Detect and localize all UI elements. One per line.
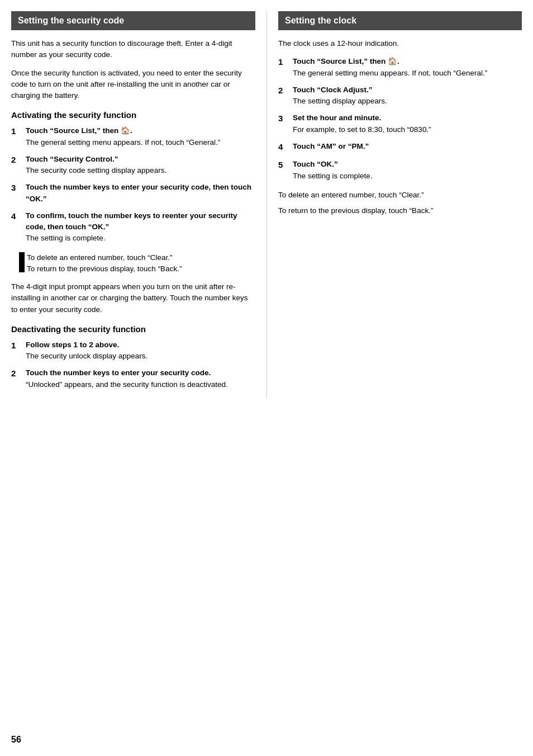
step-content: Touch “OK.”The setting is complete. <box>293 159 522 182</box>
step-item: 1Follow steps 1 to 2 above.The security … <box>11 339 255 362</box>
step-number: 1 <box>11 339 23 352</box>
step-content: Touch “Security Control.”The security co… <box>26 154 255 177</box>
step-title: To confirm, touch the number keys to ree… <box>26 210 255 233</box>
step-item: 3Touch the number keys to enter your sec… <box>11 182 255 205</box>
black-bar <box>19 252 25 272</box>
step-item: 5Touch “OK.”The setting is complete. <box>278 159 522 182</box>
step-content: Follow steps 1 to 2 above.The security u… <box>26 339 255 362</box>
left-column: Setting the security code This unit has … <box>11 11 266 398</box>
activating-notes: To delete an entered number, touch “Clea… <box>11 252 255 275</box>
step-content: Touch “AM” or “PM.” <box>293 141 522 152</box>
step-title: Touch “Security Control.” <box>26 154 255 165</box>
step-desc: The setting is complete. <box>26 233 255 244</box>
step-number: 2 <box>278 84 291 97</box>
step-desc: The security code setting display appear… <box>26 165 255 176</box>
step-title: Touch “Source List,” then 🏠. <box>26 125 255 136</box>
step-title: Follow steps 1 to 2 above. <box>26 339 255 351</box>
right-intro: The clock uses a 12-hour indication. <box>278 38 522 49</box>
activating-note2: To return to the previous display, touch… <box>27 263 255 275</box>
step-desc: The setting display appears. <box>293 96 522 107</box>
step-content: Set the hour and minute.For example, to … <box>293 112 522 135</box>
step-item: 2Touch “Security Control.”The security c… <box>11 154 255 177</box>
activating-note1: To delete an entered number, touch “Clea… <box>27 252 255 263</box>
step-number: 2 <box>11 154 23 167</box>
right-note2: To return to the previous display, touch… <box>278 205 522 216</box>
step-item: 4To confirm, touch the number keys to re… <box>11 210 255 244</box>
step-content: Touch “Source List,” then 🏠.The general … <box>26 125 255 148</box>
activating-steps: 1Touch “Source List,” then 🏠.The general… <box>11 125 255 244</box>
left-intro1: This unit has a security function to dis… <box>11 38 255 61</box>
step-content: Touch the number keys to enter your secu… <box>26 367 255 390</box>
step-number: 3 <box>278 112 291 125</box>
step-content: Touch “Clock Adjust.”The setting display… <box>293 84 522 107</box>
step-title: Set the hour and minute. <box>293 112 522 124</box>
activating-title: Activating the security function <box>11 110 255 120</box>
step-desc: The setting is complete. <box>293 171 522 182</box>
page-number: 56 <box>11 735 21 745</box>
step-title: Touch “AM” or “PM.” <box>293 141 522 152</box>
step-number: 1 <box>278 56 291 69</box>
deactivating-steps: 1Follow steps 1 to 2 above.The security … <box>11 339 255 390</box>
page-container: Setting the security code This unit has … <box>11 11 522 398</box>
right-note1: To delete an entered number, touch “Clea… <box>278 190 522 201</box>
step-title: Touch the number keys to enter your secu… <box>26 367 255 379</box>
step-desc: The general setting menu appears. If not… <box>293 68 522 79</box>
step-desc: For example, to set to 8:30, touch “0830… <box>293 124 522 135</box>
step-desc: The security unlock display appears. <box>26 351 255 362</box>
left-section-header: Setting the security code <box>11 11 255 30</box>
step-number: 3 <box>11 182 23 195</box>
step-title: Touch the number keys to enter your secu… <box>26 182 255 205</box>
step-item: 3Set the hour and minute.For example, to… <box>278 112 522 135</box>
step-item: 4Touch “AM” or “PM.” <box>278 141 522 154</box>
step-number: 1 <box>11 125 23 138</box>
step-content: Touch the number keys to enter your secu… <box>26 182 255 205</box>
step-title: Touch “Source List,” then 🏠. <box>293 56 522 67</box>
right-section-header: Setting the clock <box>278 11 522 30</box>
step-item: 2Touch the number keys to enter your sec… <box>11 367 255 390</box>
step-item: 2Touch “Clock Adjust.”The setting displa… <box>278 84 522 107</box>
step-desc: “Unlocked” appears, and the security fun… <box>26 379 255 390</box>
step-title: Touch “Clock Adjust.” <box>293 84 522 96</box>
step-desc: The general setting menu appears. If not… <box>26 137 255 148</box>
step-content: To confirm, touch the number keys to ree… <box>26 210 255 244</box>
step-content: Touch “Source List,” then 🏠.The general … <box>293 56 522 79</box>
step-number: 2 <box>11 367 23 380</box>
deactivating-title: Deactivating the security function <box>11 324 255 334</box>
left-intro2: Once the security function is activated,… <box>11 68 255 102</box>
step-item: 1Touch “Source List,” then 🏠.The general… <box>278 56 522 79</box>
clock-steps: 1Touch “Source List,” then 🏠.The general… <box>278 56 522 182</box>
step-title: Touch “OK.” <box>293 159 522 170</box>
step-number: 4 <box>278 141 291 154</box>
right-column: Setting the clock The clock uses a 12-ho… <box>266 11 522 398</box>
step-number: 4 <box>11 210 23 223</box>
left-extra-note: The 4-digit input prompt appears when yo… <box>11 281 255 315</box>
step-number: 5 <box>278 159 291 172</box>
step-item: 1Touch “Source List,” then 🏠.The general… <box>11 125 255 148</box>
